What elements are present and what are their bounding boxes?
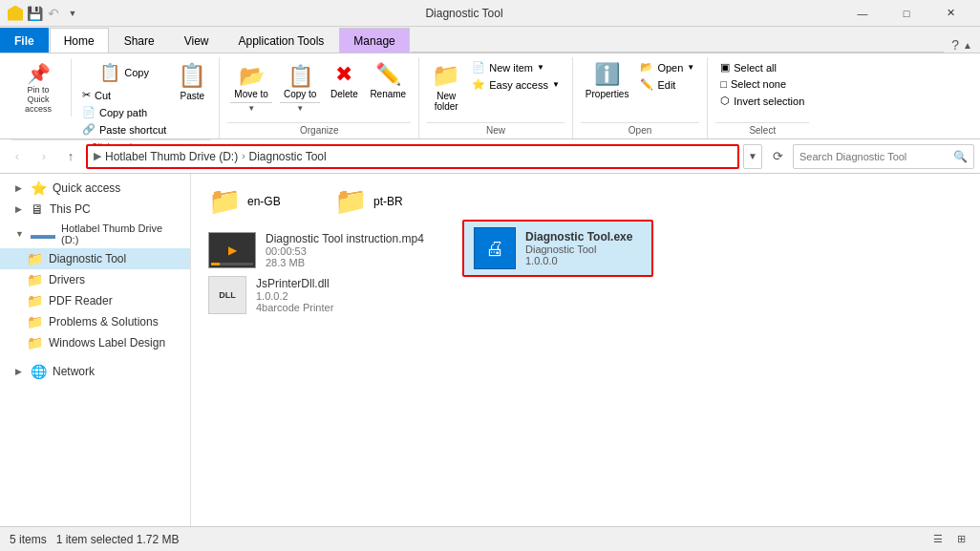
address-path[interactable]: ▶ Hotlabel Thumb Drive (D:) › Diagnostic… (86, 144, 739, 169)
easy-access-button[interactable]: ⭐ Easy access ▼ (467, 76, 565, 93)
tab-share[interactable]: Share (110, 28, 169, 53)
video-name: Diagnostic Tool instruction.mp4 (266, 232, 424, 245)
diagnostic-tool-label: Diagnostic Tool (49, 252, 126, 265)
tab-manage[interactable]: Manage (339, 28, 409, 53)
paste-shortcut-label: Paste shortcut (99, 124, 166, 136)
pin-icon: 📌 (27, 62, 51, 85)
new-folder-button[interactable]: 📁 Newfolder (427, 59, 465, 115)
selected-info: 1 item selected 1.72 MB (56, 533, 180, 546)
sidebar: ▶ ⭐ Quick access ▶ 🖥 This PC ▼ ▬▬ Hotlab… (0, 174, 191, 526)
undo-icon[interactable]: ↶ (46, 6, 61, 21)
open-col: 📂 Open ▼ ✏️ Edit (635, 59, 699, 93)
copy-path-button[interactable]: 📄 Copy path (77, 104, 171, 120)
details-view-button[interactable]: ☰ (928, 530, 948, 549)
delete-icon: ✖ (335, 62, 352, 87)
folder-en-gb[interactable]: 📁 en-GB (202, 181, 317, 221)
properties-label: Properties (586, 89, 629, 99)
down-arrow-icon[interactable]: ▼ (65, 6, 80, 21)
tab-file[interactable]: File (0, 28, 49, 53)
delete-button[interactable]: ✖ Delete (325, 59, 363, 102)
help-icon[interactable]: ? (951, 37, 959, 53)
sidebar-item-drivers[interactable]: 📁 Drivers (0, 269, 190, 290)
folder-icon: 📁 (27, 314, 43, 329)
paste-icon: 📋 (178, 62, 206, 89)
sidebar-item-quick-access[interactable]: ▶ ⭐ Quick access (0, 178, 190, 199)
select-group-label: Select (715, 122, 809, 138)
path-folder: Diagnostic Tool (249, 150, 327, 163)
copy-to-button[interactable]: 📋 Copy to ▼ (277, 59, 323, 116)
sidebar-item-problems-solutions[interactable]: 📁 Problems & Solutions (0, 311, 190, 332)
sidebar-item-hotlabel-drive[interactable]: ▼ ▬▬ Hotlabel Thumb Drive (D:) (0, 220, 190, 248)
expand-ribbon-icon[interactable]: ▲ (963, 40, 972, 51)
network-label: Network (53, 365, 95, 378)
address-bar: ‹ › ↑ ▶ Hotlabel Thumb Drive (D:) › Diag… (0, 139, 980, 174)
search-box: 🔍 (793, 144, 974, 169)
dll-thumbnail: DLL (208, 276, 246, 314)
open-button[interactable]: 📂 Open ▼ (635, 59, 699, 75)
edit-button[interactable]: ✏️ Edit (635, 76, 699, 93)
maximize-button[interactable]: □ (884, 0, 928, 27)
title-bar: 💾 ↶ ▼ Diagnostic Tool — □ ✕ (0, 0, 980, 27)
sidebar-item-network[interactable]: ▶ 🌐 Network (0, 361, 190, 382)
cut-button[interactable]: ✂ Cut (77, 87, 171, 103)
list-item-dll[interactable]: DLL JsPrinterDll.dll 1.0.0.2 4barcode Pr… (202, 272, 443, 318)
quick-access-icon: ⭐ (31, 180, 47, 196)
exe-name: Diagnostic Tool.exe (525, 230, 632, 244)
copy-to-arrow[interactable]: ▼ (280, 102, 320, 113)
search-icon: 🔍 (953, 150, 968, 163)
edit-icon: ✏️ (640, 78, 653, 91)
close-button[interactable]: ✕ (928, 0, 972, 27)
minimize-button[interactable]: — (841, 0, 884, 27)
play-icon: ▶ (228, 244, 237, 257)
large-icons-view-button[interactable]: ⊞ (951, 530, 970, 549)
path-separator: › (242, 151, 245, 161)
video-progress-bar (211, 263, 253, 265)
paste-shortcut-button[interactable]: 🔗 Paste shortcut (77, 121, 171, 138)
sidebar-item-diagnostic-tool[interactable]: 📁 Diagnostic Tool (0, 248, 190, 269)
select-all-icon: ▣ (720, 61, 730, 74)
quick-save-icon[interactable]: 💾 (27, 6, 42, 21)
new-item-button[interactable]: 📄 New item ▼ (467, 59, 565, 75)
exe-detail1: Diagnostic Tool (525, 244, 632, 255)
window-icon (8, 6, 23, 21)
item-count: 5 items (10, 533, 47, 546)
back-button[interactable]: ‹ (6, 145, 29, 168)
expand-icon: ▶ (15, 204, 25, 214)
select-none-button[interactable]: □ Select none (715, 76, 809, 92)
rename-label: Rename (370, 89, 406, 99)
search-input[interactable] (799, 151, 949, 162)
tab-home[interactable]: Home (50, 28, 109, 53)
new-item-label: New item (489, 62, 533, 74)
move-to-button[interactable]: 📂 Move to ▼ (227, 59, 275, 116)
properties-button[interactable]: ℹ️ Properties (581, 59, 634, 102)
rename-button[interactable]: ✏️ Rename (365, 59, 411, 102)
invert-selection-button[interactable]: ⬡ Invert selection (715, 93, 809, 109)
list-item-video[interactable]: ▶ Diagnostic Tool instruction.mp4 00:00:… (202, 228, 443, 272)
tab-application-tools[interactable]: Application Tools (224, 28, 339, 53)
title-bar-controls: — □ ✕ (841, 0, 972, 27)
folder-icon: 📁 (27, 293, 43, 308)
sidebar-item-windows-label[interactable]: 📁 Windows Label Design (0, 332, 190, 353)
windows-label-label: Windows Label Design (49, 336, 165, 350)
copy-button[interactable]: 📋 Copy (77, 59, 171, 86)
refresh-button[interactable]: ⟳ (766, 145, 789, 168)
paste-button[interactable]: 📋 Paste (173, 59, 211, 104)
cut-icon: ✂ (82, 89, 91, 101)
pin-to-quick-access-button[interactable]: 📌 Pin to Quickaccess (11, 59, 65, 117)
tab-view[interactable]: View (170, 28, 224, 53)
exe-icon-symbol: 🖨 (485, 238, 504, 260)
delete-label: Delete (330, 89, 358, 99)
ribbon: 📌 Pin to Quickaccess 📋 Copy ✂ Cut 📄 Copy… (0, 53, 980, 139)
folder-pt-br[interactable]: 📁 pt-BR (329, 181, 443, 221)
path-dropdown-button[interactable]: ▼ (743, 144, 762, 169)
select-all-button[interactable]: ▣ Select all (715, 59, 809, 75)
exe-item[interactable]: 🖨 Diagnostic Tool.exe Diagnostic Tool 1.… (462, 220, 653, 277)
sidebar-item-this-pc[interactable]: ▶ 🖥 This PC (0, 199, 190, 220)
select-none-icon: □ (720, 78, 727, 90)
open-group-content: ℹ️ Properties 📂 Open ▼ ✏️ Edit (581, 59, 699, 120)
move-to-arrow[interactable]: ▼ (230, 102, 272, 113)
folder-icon: 📁 (27, 272, 43, 287)
sidebar-item-pdf-reader[interactable]: 📁 PDF Reader (0, 290, 190, 311)
forward-button[interactable]: › (32, 145, 55, 168)
up-button[interactable]: ↑ (59, 145, 82, 168)
